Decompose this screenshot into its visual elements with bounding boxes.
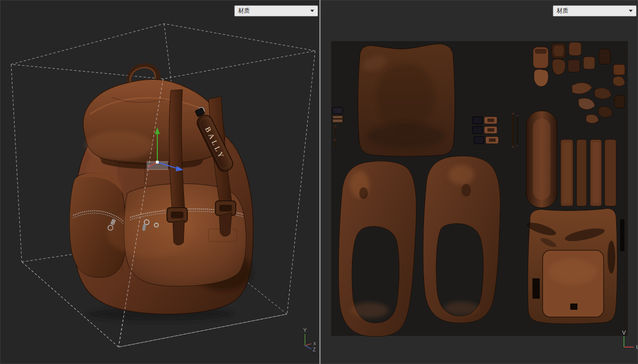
x-axis-label: X [313,341,316,346]
uv-island-long-strap[interactable] [526,111,557,208]
app-window: BALLY [0,0,638,364]
viewport-uv-editor[interactable]: V U 材质 [320,0,638,364]
backpack-model[interactable]: BALLY [70,66,254,321]
z-axis-label: Z [313,347,316,352]
axis-gizmo-3d: Y X Z [303,327,316,352]
axis-gizmo-uv: V U [622,330,638,350]
viewport-3d[interactable]: BALLY [0,0,319,364]
material-dropdown-3d[interactable]: 材质 [234,5,318,16]
y-axis-label: Y [303,327,307,333]
material-dropdown-uv[interactable]: 材质 [553,5,637,16]
gizmo-origin[interactable] [156,161,159,164]
x-axis-line [305,344,311,346]
u-axis-label: U [636,344,638,350]
chevron-down-icon [629,10,633,12]
material-dropdown-uv-value: 材质 [557,7,568,15]
uv-island-flap[interactable] [358,44,455,156]
v-axis-label: V [622,330,626,335]
uv-island-back-panel[interactable] [525,209,617,324]
uv-island-edge-strip[interactable] [620,219,624,251]
chevron-down-icon [310,10,314,12]
z-axis-line [305,346,311,349]
uv-editor-canvas[interactable]: V U [321,0,638,364]
material-dropdown-3d-value: 材质 [238,7,250,15]
3d-canvas[interactable]: BALLY [0,0,319,364]
